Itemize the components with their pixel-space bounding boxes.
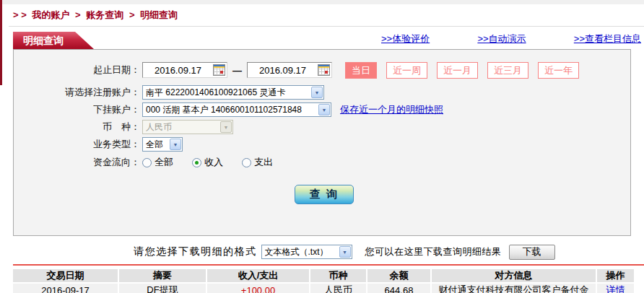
tab-detail-query[interactable]: 明细查询 bbox=[13, 32, 94, 49]
register-account-value: 南平 6222001406100921065 灵通卡 bbox=[146, 87, 308, 99]
cell-trade-date: 2016-09-17 bbox=[13, 284, 119, 293]
calendar-icon[interactable] bbox=[213, 64, 225, 76]
chevron-down-icon: ▼ bbox=[220, 121, 232, 133]
chevron-down-icon[interactable]: ▼ bbox=[318, 104, 330, 115]
cell-balance: 644.68 bbox=[367, 284, 432, 293]
breadcrumb-item-my-account[interactable]: 我的账户 bbox=[32, 9, 69, 20]
flow-option-income-label: 收入 bbox=[204, 156, 223, 169]
radio-checked-icon[interactable] bbox=[192, 158, 201, 167]
flow-option-expense-label: 支出 bbox=[254, 156, 273, 169]
experience-review-link[interactable]: >>体验评价 bbox=[381, 32, 430, 45]
flow-option-all[interactable]: 全部 bbox=[142, 156, 173, 169]
chevron-down-icon[interactable]: ▼ bbox=[339, 246, 351, 258]
download-row: 请您选择下载明细的格式 文本格式（.txt） ▼ 您可以在这里下载查询明细结果 … bbox=[134, 244, 644, 260]
table-row: 2016-09-17 DF提现 +100.00 人民币 644.68 财付通支付… bbox=[13, 284, 634, 293]
sub-account-label: 下挂账户： bbox=[14, 103, 142, 116]
breadcrumb-separator: > bbox=[75, 9, 81, 20]
table-header-row: 交易日期 摘要 收入/支出 币种 余额 对方信息 操作 bbox=[13, 269, 634, 282]
view-column-info-link[interactable]: >>查看栏目信息 bbox=[574, 32, 641, 45]
flow-direction-label: 资金流向： bbox=[14, 156, 142, 169]
save-snapshot-link[interactable]: 保存近一个月的明细快照 bbox=[340, 103, 443, 116]
cell-currency: 人民币 bbox=[310, 284, 367, 293]
breadcrumb-arrows-icon: > > bbox=[13, 9, 27, 20]
register-account-label: 请选择注册账户： bbox=[14, 86, 142, 99]
col-header-action: 操作 bbox=[597, 269, 634, 282]
flow-direction-options: 全部 收入 支出 bbox=[142, 156, 292, 169]
biz-type-select[interactable]: 全部 ▼ bbox=[142, 137, 183, 152]
quick-range-year-button[interactable]: 近一年 bbox=[538, 62, 579, 79]
sub-account-select[interactable]: 000 活期 基本户 1406600101102571848 ▼ bbox=[142, 102, 331, 117]
col-header-trade-date: 交易日期 bbox=[13, 269, 119, 282]
currency-label: 币 种： bbox=[14, 121, 142, 134]
detail-link[interactable]: 详情 bbox=[606, 284, 625, 293]
quick-range-today-button[interactable]: 当日 bbox=[345, 62, 377, 79]
auto-demo-link[interactable]: >>自动演示 bbox=[477, 32, 526, 45]
register-account-row: 请选择注册账户： 南平 6222001406100921065 灵通卡 ▼ bbox=[14, 85, 630, 100]
tab-row: 明细查询 >>体验评价 >>自动演示 >>查看栏目信息 bbox=[0, 27, 644, 49]
biz-type-label: 业务类型： bbox=[14, 138, 142, 151]
calendar-icon[interactable] bbox=[318, 64, 330, 76]
currency-row: 币 种： 人民币 ▼ bbox=[14, 120, 630, 134]
radio-unchecked-icon[interactable] bbox=[142, 158, 152, 167]
currency-value: 人民币 bbox=[146, 121, 217, 134]
sub-account-row: 下挂账户： 000 活期 基本户 1406600101102571848 ▼ 保… bbox=[14, 102, 630, 117]
flow-option-income[interactable]: 收入 bbox=[192, 156, 223, 169]
end-date-input[interactable]: 2016.09.17 bbox=[247, 62, 332, 78]
download-hint: 您可以在这里下载查询明细结果 bbox=[365, 245, 502, 258]
col-header-amount: 收入/支出 bbox=[207, 269, 310, 282]
col-header-counterparty: 对方信息 bbox=[432, 269, 597, 282]
breadcrumb: > > 我的账户 > 账务查询 > 明细查询 bbox=[0, 9, 644, 22]
cell-counterparty: 财付通支付科技有限公司客户备付金 bbox=[432, 284, 597, 293]
query-button-row: 查 询 bbox=[14, 185, 630, 204]
start-date-value[interactable]: 2016.09.17 bbox=[143, 65, 213, 76]
col-header-currency: 币种 bbox=[310, 269, 367, 282]
chevron-down-icon[interactable]: ▼ bbox=[170, 139, 181, 150]
breadcrumb-item-account-query[interactable]: 账务查询 bbox=[86, 9, 123, 20]
download-format-value: 文本格式（.txt） bbox=[265, 246, 336, 258]
quick-range-week-button[interactable]: 近一周 bbox=[386, 62, 427, 79]
start-date-input[interactable]: 2016.09.17 bbox=[142, 62, 227, 78]
query-button[interactable]: 查 询 bbox=[295, 185, 354, 204]
radio-unchecked-icon[interactable] bbox=[242, 158, 251, 167]
header-links: >>体验评价 >>自动演示 >>查看栏目信息 bbox=[381, 32, 641, 45]
quick-range-quarter-button[interactable]: 近三月 bbox=[487, 62, 528, 79]
currency-select: 人民币 ▼ bbox=[142, 120, 233, 134]
date-range-label: 起止日期： bbox=[14, 64, 142, 76]
transaction-table: 交易日期 摘要 收入/支出 币种 余额 对方信息 操作 2016-09-17 D… bbox=[13, 268, 634, 293]
download-format-label: 请您选择下载明细的格式 bbox=[134, 245, 257, 258]
query-form-panel: 起止日期： 2016.09.17 — 2016.09.17 当日 近一周 近一月… bbox=[13, 49, 631, 236]
download-format-select[interactable]: 文本格式（.txt） ▼ bbox=[261, 245, 352, 259]
cell-summary: DF提现 bbox=[119, 284, 207, 293]
col-header-summary: 摘要 bbox=[119, 269, 207, 282]
breadcrumb-item-detail-query[interactable]: 明细查询 bbox=[140, 9, 178, 20]
biz-type-row: 业务类型： 全部 ▼ bbox=[14, 137, 630, 152]
date-range-row: 起止日期： 2016.09.17 — 2016.09.17 当日 近一周 近一月… bbox=[14, 61, 630, 79]
table-top-separator bbox=[13, 264, 644, 266]
date-separator: — bbox=[232, 65, 242, 76]
download-button[interactable]: 下载 bbox=[509, 245, 555, 260]
flow-option-all-label: 全部 bbox=[155, 156, 173, 169]
biz-type-value: 全部 bbox=[146, 139, 167, 151]
breadcrumb-separator: > bbox=[129, 9, 135, 20]
cell-amount: +100.00 bbox=[207, 284, 310, 293]
quick-range-buttons: 当日 近一周 近一月 近三月 近一年 bbox=[345, 62, 579, 79]
col-header-balance: 余额 bbox=[367, 269, 432, 282]
flow-direction-row: 资金流向： 全部 收入 支出 bbox=[14, 156, 630, 169]
flow-option-expense[interactable]: 支出 bbox=[242, 156, 273, 169]
sub-account-value: 000 活期 基本户 1406600101102571848 bbox=[146, 104, 316, 116]
end-date-value[interactable]: 2016.09.17 bbox=[248, 65, 318, 76]
chevron-down-icon[interactable]: ▼ bbox=[311, 87, 323, 98]
register-account-select[interactable]: 南平 6222001406100921065 灵通卡 ▼ bbox=[142, 85, 324, 100]
quick-range-month-button[interactable]: 近一月 bbox=[437, 62, 478, 79]
top-strip bbox=[0, 0, 644, 4]
